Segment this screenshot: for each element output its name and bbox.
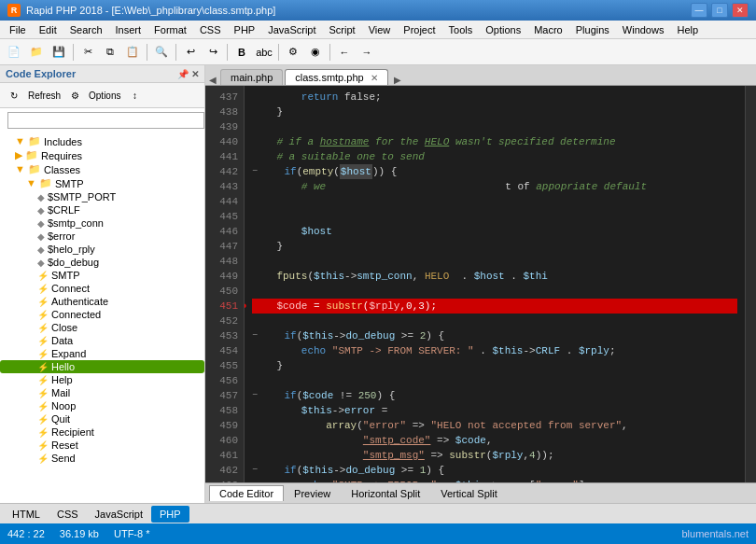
new-button[interactable]: 📄: [4, 42, 24, 63]
tree-item-do-debug[interactable]: ◆ $do_debug: [0, 256, 204, 269]
lang-tab-php[interactable]: PHP: [151, 506, 189, 523]
func-icon-smtp: ⚡: [37, 271, 49, 281]
tree-item-noop[interactable]: ⚡ Noop: [0, 399, 204, 412]
tree-item-func-smtp[interactable]: ⚡ SMTP: [0, 269, 204, 282]
tree-label-expand: Expand: [51, 348, 86, 359]
line-459: array("error" => "HELO not accepted from…: [252, 418, 737, 433]
paste-button[interactable]: 📋: [122, 42, 143, 63]
tree-item-hello[interactable]: ⚡ Hello: [0, 360, 204, 373]
scrollbar-vertical[interactable]: [745, 86, 756, 482]
explorer-pin[interactable]: 📌 ✕: [177, 69, 199, 79]
tree-item-crlf[interactable]: ◆ $CRLF: [0, 203, 204, 216]
fold-453[interactable]: −: [252, 328, 258, 343]
btm-tab-code-editor[interactable]: Code Editor: [209, 485, 284, 501]
tree-item-connect[interactable]: ⚡ Connect: [0, 282, 204, 295]
refresh-button[interactable]: ↻: [4, 85, 24, 105]
bold-button[interactable]: B: [231, 42, 252, 63]
explorer-search-input[interactable]: [7, 112, 204, 129]
tree-item-quit[interactable]: ⚡ Quit: [0, 412, 204, 425]
tree-item-mail[interactable]: ⚡ Mail: [0, 386, 204, 399]
undo-button[interactable]: ↩: [180, 42, 201, 63]
line-438: }: [252, 105, 737, 119]
tab-close-icon[interactable]: ✕: [371, 73, 378, 83]
copy-button[interactable]: ⧉: [100, 42, 120, 63]
tree-label-authenticate: Authenticate: [51, 296, 108, 307]
menu-help[interactable]: Help: [671, 22, 704, 37]
sort-button[interactable]: ↕: [124, 85, 145, 105]
tree-item-requires[interactable]: ▶ 📁 Requires: [0, 148, 204, 162]
menu-macro[interactable]: Macro: [528, 22, 568, 37]
btm-tab-horizontal[interactable]: Horizontal Split: [341, 485, 430, 502]
close-button[interactable]: ✕: [732, 3, 749, 18]
tree-item-send[interactable]: ⚡ Send: [0, 452, 204, 465]
menu-bar: File Edit Search Insert Format CSS PHP J…: [0, 21, 756, 39]
menu-project[interactable]: Project: [398, 22, 441, 37]
btm-tab-preview[interactable]: Preview: [284, 485, 341, 502]
tree-item-data[interactable]: ⚡ Data: [0, 334, 204, 347]
tree-item-connected[interactable]: ⚡ Connected: [0, 308, 204, 321]
tree-item-error[interactable]: ◆ $error: [0, 230, 204, 243]
maximize-button[interactable]: □: [711, 3, 728, 18]
back-button[interactable]: ←: [334, 42, 355, 63]
fold-442[interactable]: −: [252, 164, 258, 179]
tree-item-smtp[interactable]: ▼ 📁 SMTP: [0, 176, 204, 190]
tree-label-smtp-conn: $smtp_conn: [48, 217, 104, 229]
tab-class-smtp[interactable]: class.smtp.php ✕: [285, 69, 387, 85]
menu-css[interactable]: CSS: [194, 22, 227, 37]
menu-options[interactable]: Options: [480, 22, 526, 37]
fold-462[interactable]: −: [252, 463, 258, 478]
save-button[interactable]: 💾: [49, 42, 69, 63]
menu-format[interactable]: Format: [148, 22, 192, 37]
lang-tab-javascript[interactable]: JavaScript: [87, 506, 151, 523]
menu-file[interactable]: File: [4, 22, 32, 37]
window-controls[interactable]: — □ ✕: [691, 3, 749, 18]
redo-button[interactable]: ↪: [203, 42, 223, 63]
minimize-button[interactable]: —: [691, 3, 707, 18]
btm-tab-vertical[interactable]: Vertical Split: [430, 485, 508, 502]
open-button[interactable]: 📁: [26, 42, 47, 63]
line-441: # a suitable one to send: [252, 149, 737, 164]
tree-item-includes[interactable]: ▼ 📁 Includes: [0, 134, 204, 148]
menu-plugins[interactable]: Plugins: [570, 22, 615, 37]
var-icon-error: ◆: [37, 231, 45, 242]
tree-item-classes[interactable]: ▼ 📁 Classes: [0, 162, 204, 176]
menu-tools[interactable]: Tools: [443, 22, 479, 37]
menu-script[interactable]: Script: [324, 22, 361, 37]
tree-item-helo-rply[interactable]: ◆ $helo_rply: [0, 243, 204, 256]
func-icon-hello: ⚡: [37, 362, 49, 372]
tab-main-php[interactable]: main.php: [220, 69, 283, 85]
menu-insert[interactable]: Insert: [110, 22, 147, 37]
lang-tab-html[interactable]: HTML: [4, 506, 49, 523]
var-icon: ◆: [37, 192, 45, 202]
code-editor[interactable]: return false; } # if a hostname for the …: [245, 86, 745, 482]
menu-search[interactable]: Search: [64, 22, 108, 37]
editor-area: ◀ main.php class.smtp.php ✕ ▶ 437 438 43…: [205, 65, 756, 503]
tree-item-reset[interactable]: ⚡ Reset: [0, 439, 204, 452]
search-button[interactable]: 🔍: [151, 42, 172, 63]
tab-nav-right[interactable]: ▶: [394, 75, 401, 85]
tree-item-close[interactable]: ⚡ Close: [0, 321, 204, 334]
tree-item-authenticate[interactable]: ⚡ Authenticate: [0, 295, 204, 308]
cut-button[interactable]: ✂: [77, 42, 98, 63]
tool6[interactable]: ⚙: [283, 42, 303, 63]
tree-item-recipient[interactable]: ⚡ Recipient: [0, 425, 204, 439]
options-button[interactable]: ⚙: [64, 85, 85, 105]
lang-tab-css[interactable]: CSS: [49, 506, 87, 523]
forward-button[interactable]: →: [357, 42, 377, 63]
tool7[interactable]: ◉: [305, 42, 326, 63]
tree-item-smtp-conn[interactable]: ◆ $smtp_conn: [0, 216, 204, 230]
tree-label-smtp: SMTP: [55, 178, 84, 189]
tree-item-help[interactable]: ⚡ Help: [0, 373, 204, 386]
fold-457[interactable]: −: [252, 388, 258, 403]
menu-php[interactable]: PHP: [229, 22, 261, 37]
func-icon-close: ⚡: [37, 323, 49, 333]
tab-nav-left[interactable]: ◀: [209, 75, 217, 85]
menu-view[interactable]: View: [363, 22, 397, 37]
tree-item-smtp-port[interactable]: ◆ $SMTP_PORT: [0, 190, 204, 203]
menu-javascript[interactable]: JavaScript: [262, 22, 321, 37]
menu-windows[interactable]: Windows: [617, 22, 670, 37]
menu-edit[interactable]: Edit: [34, 22, 63, 37]
tool5[interactable]: abc: [254, 42, 274, 63]
tree-item-expand[interactable]: ⚡ Expand: [0, 347, 204, 360]
line-455: }: [252, 358, 737, 373]
